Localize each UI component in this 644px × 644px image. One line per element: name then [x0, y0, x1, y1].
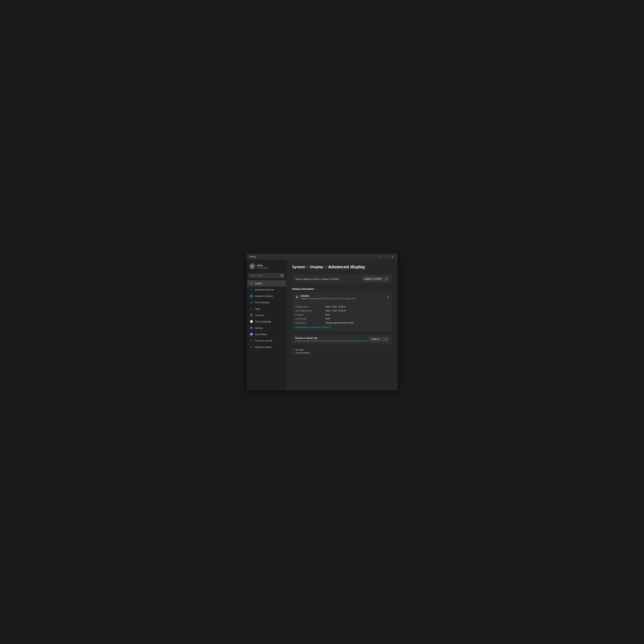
- window-title: Settings: [249, 255, 256, 258]
- monitor-icon: 🖥: [295, 295, 299, 299]
- apps-icon: ≡: [250, 307, 253, 310]
- accessibility-icon: ♿: [250, 333, 253, 336]
- personalization-icon: 🖌: [250, 301, 253, 304]
- footer-link-icon: ✎: [292, 351, 294, 354]
- spec-label: Color space: [295, 322, 325, 324]
- sidebar-item-personalization[interactable]: 🖌 Personalization: [247, 299, 286, 306]
- refresh-rate-card: Choose a refresh rate A higher rate give…: [292, 334, 392, 344]
- sidebar-item-label: System: [255, 282, 262, 285]
- spec-label: Color format: [295, 318, 325, 320]
- spec-value: 3440 × 1440, 74.98 Hz: [325, 306, 346, 308]
- spec-label: Active signal mode: [295, 310, 325, 312]
- display-connection: Display 2: Connected to NVIDIA GeForce R…: [301, 298, 356, 300]
- section-title: Display information: [292, 288, 392, 290]
- sidebar-item-label: Accessibility: [255, 333, 267, 336]
- sidebar-item-system[interactable]: ⊞ System: [247, 280, 286, 286]
- spec-row: Color format RGB: [295, 317, 389, 321]
- refresh-rate-dropdown[interactable]: 74.98 Hz ∨: [369, 337, 389, 342]
- adapter-properties-link[interactable]: Display adapter properties for Display 2: [295, 326, 330, 329]
- user-info: Chris Local Account: [257, 264, 269, 269]
- display-selector: Select a display to view or change its s…: [292, 274, 392, 284]
- sidebar-item-accessibility[interactable]: ♿ Accessibility: [247, 331, 286, 337]
- display-dropdown[interactable]: Display 2: S34J55x ∨: [362, 277, 389, 281]
- footer-links-list: ? Get help ✎ Give feedback: [292, 348, 392, 354]
- sidebar-item-label: Time & language: [255, 320, 271, 323]
- refresh-dropdown-chevron: ∨: [385, 338, 387, 340]
- display-specs: Desktop mode 3440 × 1440, 74.98 Hz Activ…: [292, 302, 392, 331]
- spec-row: Color space Standard dynamic range (SDR): [295, 321, 389, 325]
- sidebar-item-apps[interactable]: ≡ Apps: [247, 306, 286, 312]
- window-controls: — □ ✕: [378, 255, 395, 258]
- spec-label: Desktop mode: [295, 306, 325, 308]
- network-icon: 🌐: [250, 294, 253, 298]
- spec-value: 8-bit: [325, 314, 329, 316]
- spec-value: Standard dynamic range (SDR): [325, 322, 353, 324]
- display-name: S34J55x: [301, 295, 356, 297]
- breadcrumb-advanced: Advanced display: [328, 264, 365, 270]
- user-subtitle: Local Account: [257, 267, 269, 269]
- display-info-header[interactable]: 🖥 S34J55x Display 2: Connected to NVIDIA…: [292, 292, 392, 302]
- titlebar: Settings — □ ✕: [247, 254, 397, 260]
- maximize-button[interactable]: □: [384, 255, 389, 258]
- display-title-group: S34J55x Display 2: Connected to NVIDIA G…: [301, 295, 356, 300]
- sidebar-item-label: Accounts: [255, 314, 264, 316]
- user-name: Chris: [257, 264, 269, 267]
- sidebar-item-label: Privacy & security: [255, 339, 272, 342]
- time-icon: 🕐: [250, 320, 253, 323]
- search-box[interactable]: 🔍: [249, 273, 285, 278]
- breadcrumb: System > Display > Advanced display: [292, 264, 392, 270]
- sidebar-item-update[interactable]: ↻ Windows Update: [247, 344, 286, 350]
- sidebar-item-accounts[interactable]: 👤 Accounts: [247, 312, 286, 318]
- breadcrumb-sep2: >: [325, 265, 327, 269]
- spec-label: Bit depth: [295, 314, 325, 316]
- content-area: System > Display > Advanced display Sele…: [287, 260, 397, 390]
- refresh-more-link[interactable]: More about refresh rate: [348, 340, 367, 342]
- search-icon: 🔍: [281, 275, 283, 277]
- user-profile[interactable]: C Chris Local Account: [247, 262, 287, 272]
- specs-list: Desktop mode 3440 × 1440, 74.98 Hz Activ…: [295, 305, 389, 325]
- footer-link-get-help[interactable]: ? Get help: [292, 348, 392, 351]
- display-info-card: 🖥 S34J55x Display 2: Connected to NVIDIA…: [292, 292, 392, 331]
- display-card-chevron: ∧: [387, 296, 389, 299]
- sidebar-item-label: Personalization: [255, 301, 270, 304]
- sidebar-item-bluetooth[interactable]: ⬡ Bluetooth & devices: [247, 286, 286, 293]
- breadcrumb-display[interactable]: Display: [310, 265, 323, 269]
- spec-row: Active signal mode 3440 × 1440, 74.98 Hz: [295, 309, 389, 313]
- sidebar-item-network[interactable]: 🌐 Network & internet: [247, 293, 286, 299]
- display-selector-label: Select a display to view or change its s…: [295, 278, 339, 280]
- accounts-icon: 👤: [250, 314, 253, 317]
- bluetooth-icon: ⬡: [250, 288, 253, 291]
- footer-link-label: Give feedback: [296, 352, 310, 354]
- footer-link-label: Get help: [295, 348, 304, 351]
- display-dropdown-chevron: ∨: [385, 278, 387, 280]
- sidebar-item-privacy[interactable]: 🛡 Privacy & security: [247, 337, 286, 344]
- footer-link-give-feedback[interactable]: ✎ Give feedback: [292, 351, 392, 354]
- close-button[interactable]: ✕: [390, 255, 395, 258]
- refresh-desc-text: A higher rate gives smoother motion, but…: [295, 340, 347, 342]
- sidebar-item-gaming[interactable]: 🎮 Gaming: [247, 325, 286, 331]
- refresh-title: Choose a refresh rate: [295, 337, 367, 339]
- footer-links: ? Get help ✎ Give feedback: [292, 348, 392, 354]
- sidebar-item-label: Windows Update: [255, 346, 271, 348]
- sidebar-item-label: Gaming: [255, 327, 263, 329]
- settings-window: Settings — □ ✕ C Chris Local Account 🔍 ⊞…: [247, 254, 397, 390]
- update-icon: ↻: [250, 345, 253, 348]
- sidebar-item-label: Bluetooth & devices: [255, 288, 274, 291]
- display-header-left: 🖥 S34J55x Display 2: Connected to NVIDIA…: [295, 295, 356, 300]
- refresh-info: Choose a refresh rate A higher rate give…: [295, 337, 367, 342]
- system-icon: ⊞: [250, 282, 253, 285]
- sidebar-item-time[interactable]: 🕐 Time & language: [247, 318, 286, 325]
- search-input[interactable]: [249, 273, 285, 278]
- main-layout: C Chris Local Account 🔍 ⊞ System ⬡ Bluet…: [247, 260, 397, 390]
- nav-menu: ⊞ System ⬡ Bluetooth & devices 🌐 Network…: [247, 280, 287, 350]
- avatar: C: [249, 263, 255, 269]
- breadcrumb-system[interactable]: System: [292, 265, 305, 269]
- minimize-button[interactable]: —: [378, 255, 383, 258]
- privacy-icon: 🛡: [250, 339, 253, 342]
- refresh-rate-value: 74.98 Hz: [371, 338, 379, 340]
- breadcrumb-sep1: >: [307, 265, 309, 269]
- display-selected-value: Display 2: S34J55x: [364, 278, 382, 280]
- sidebar: C Chris Local Account 🔍 ⊞ System ⬡ Bluet…: [247, 260, 287, 390]
- sidebar-item-label: Apps: [255, 308, 260, 310]
- spec-value: 3440 × 1440, 74.98 Hz: [325, 310, 346, 312]
